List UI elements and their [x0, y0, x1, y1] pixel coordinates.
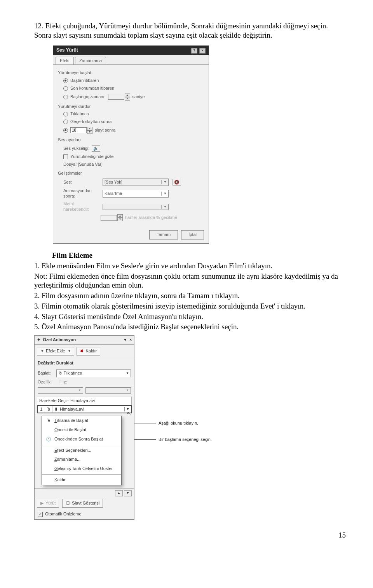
- animation-item[interactable]: 1 🖱 ⏸Himalaya.avi ▼↖: [37, 405, 132, 414]
- context-menu: 🖱TTıklama ile Başlatıklama ile Başlat Ön…: [42, 416, 122, 485]
- clock-icon: 🕐: [46, 437, 51, 442]
- dialog-title: Ses Yürüt: [56, 47, 78, 53]
- harfler-label: harfler arasında % gecikme: [125, 215, 177, 220]
- close-icon[interactable]: ×: [199, 48, 206, 54]
- panel-title: Özel Animasyon: [43, 337, 76, 342]
- star-icon: ✦: [37, 337, 40, 342]
- star-icon: ✦: [40, 349, 44, 354]
- ozel-animasyon-panel: ✦ Özel Animasyon ▼× ✦Efekt Ekle▼ ✖Kaldır…: [34, 335, 134, 520]
- dialog-titlebar: Ses Yürüt ? ×: [53, 46, 209, 55]
- note-text: Not: Filmi eklemeden önce film dosyasını…: [34, 272, 346, 290]
- ctx-onceki-ile-baslat[interactable]: Önceki ile Başlat: [42, 425, 121, 435]
- list-item: 2. Film dosyasının adının üzerine tıklay…: [34, 291, 346, 300]
- ses-label: Ses:: [63, 180, 100, 185]
- metin-select: ▼: [103, 204, 169, 210]
- radio-baslangic[interactable]: [63, 95, 68, 99]
- otomatik-onizleme-checkbox[interactable]: ✓: [38, 512, 43, 517]
- radio-slaytsonra[interactable]: [63, 128, 68, 133]
- help-icon[interactable]: ?: [191, 48, 197, 54]
- sesyurut-dialog: Ses Yürüt ? × Efekt Zamanlama Yürütmeye …: [53, 45, 209, 244]
- tab-efekt[interactable]: Efekt: [56, 57, 74, 65]
- ctx-tiklama-ile-baslat[interactable]: 🖱TTıklama ile Başlatıklama ile Başlat: [42, 416, 121, 425]
- list-item: 3. Filmin otomatik olarak gösterilmesini…: [34, 302, 346, 311]
- film-ekleme-heading: Film Ekleme: [52, 251, 346, 260]
- group-ses-ayarlari: Ses ayarları: [58, 135, 204, 144]
- window-buttons: ? ×: [190, 47, 206, 54]
- list-item: 5. Özel Animasyon Panosu'nda istediğiniz…: [34, 322, 346, 331]
- speaker-icon[interactable]: 🔇: [173, 179, 181, 186]
- anim-select[interactable]: Karartma▼: [103, 190, 169, 198]
- radio-sonkonum[interactable]: [63, 86, 68, 91]
- mouse-icon: 🖱: [45, 407, 52, 412]
- dosya-label: Dosya: [Sunuda Var]: [63, 162, 103, 167]
- ctx-oncekinden-sonra[interactable]: 🕐Öncekinden Sonra Başlat: [42, 435, 121, 444]
- list-item: 4. Slayt Gösterisi menüsünde Özel Animas…: [34, 312, 346, 321]
- check-yurutulmediginde[interactable]: [63, 154, 68, 159]
- harekete-gecir-label: Harekete Geçir: Himalaya.avi: [37, 397, 132, 405]
- callout-line: [134, 423, 156, 423]
- callout-text: Aşağı okunu tıklayın.: [159, 421, 198, 426]
- efekt-ekle-button[interactable]: ✦Efekt Ekle▼: [37, 347, 74, 356]
- mouse-icon: 🖱: [46, 418, 51, 423]
- group-yurutmeyi-durdur: Yürütmeyi durdur: [58, 102, 204, 111]
- harfler-spinner: ▲▼: [101, 214, 123, 221]
- radio-baslangic-label: Başlangıç zamanı:: [70, 94, 106, 100]
- body-text: 12. Efekt çubuğunda, Yürütmeyi durdur bö…: [34, 21, 346, 40]
- item-dropdown-arrow[interactable]: ▼↖: [124, 407, 131, 411]
- slayt-gosterisi-button[interactable]: 🖵Slayt Gösterisi: [62, 499, 103, 508]
- ozellik-select: ▼: [38, 387, 83, 394]
- hiz-label: Hız:: [59, 380, 67, 385]
- ses-select[interactable]: [Ses Yok]▼: [103, 179, 169, 186]
- slaytsonra-label: slayt sonra: [95, 128, 115, 133]
- degistir-label: Değiştir: Duraklat: [38, 361, 73, 365]
- radio-gecerli-label: Geçerli slayttan sonra: [70, 119, 112, 125]
- hiz-select: ▼: [85, 387, 131, 394]
- ctx-gelismis-cetvel[interactable]: Gelişmiş Tarih Cetvelini Göster: [42, 464, 121, 474]
- cursor-icon: ↖: [126, 409, 132, 417]
- ctx-efekt-secenekleri[interactable]: Efekt Seçenekleri...: [42, 446, 121, 455]
- close-icon[interactable]: ×: [129, 338, 132, 343]
- screen-icon: 🖵: [66, 501, 70, 506]
- tamam-button[interactable]: Tamam: [149, 230, 178, 239]
- page-number: 15: [34, 531, 346, 540]
- radio-bastan[interactable]: [63, 78, 68, 83]
- move-down-button[interactable]: ▼: [124, 490, 132, 496]
- radio-sonkonum-label: Son konumdan itibaren: [70, 86, 114, 91]
- chevron-down-icon[interactable]: ▼: [123, 338, 127, 343]
- ses-yukseligi-label: Ses yükseliği:: [63, 146, 89, 151]
- radio-tiklatinca-label: Tıklatınca: [70, 111, 89, 117]
- iptal-button[interactable]: İptal: [181, 230, 204, 239]
- panel-titlebar: ✦ Özel Animasyon ▼×: [35, 336, 134, 345]
- baslat-select[interactable]: 🖱 Tıklatınca ▼: [56, 369, 131, 377]
- metin-label: Metni hareketlendir:: [63, 201, 100, 212]
- list-item: 1. Ekle menüsünden Film ve Sesler'e giri…: [34, 261, 346, 271]
- anim-label: Animasyondan sonra:: [63, 188, 100, 199]
- group-yurutmeye-baslat: Yürütmeye başlat: [58, 68, 204, 77]
- item-number: 1: [38, 407, 45, 412]
- group-gelistirmeler: Geliştirmeler: [58, 168, 204, 177]
- callout-line: [134, 439, 156, 440]
- ctx-kaldir[interactable]: Kaldır: [42, 475, 121, 485]
- radio-bastan-label: Baştan itibaren: [70, 78, 99, 83]
- pause-icon: ⏸: [54, 407, 58, 412]
- ctx-zamanlama[interactable]: Zamanlama...: [42, 455, 121, 464]
- move-up-button[interactable]: ▲: [115, 490, 123, 496]
- radio-gecerli[interactable]: [63, 120, 68, 124]
- kaldir-button[interactable]: ✖Kaldır: [77, 347, 100, 356]
- play-icon: ▶: [40, 501, 44, 506]
- mouse-icon: 🖱: [58, 371, 63, 375]
- baslat-label: Başlat:: [38, 371, 54, 376]
- item-text: Himalaya.avi: [60, 407, 84, 412]
- ozellik-label: Özellik:: [38, 380, 52, 385]
- baslangic-spinner[interactable]: ▲▼: [108, 94, 130, 101]
- callout-text: Bir başlama seçeneği seçin.: [159, 437, 212, 442]
- saniye-label: saniye: [132, 94, 145, 100]
- radio-tiklatinca[interactable]: [63, 112, 68, 116]
- volume-icon[interactable]: 🔈: [92, 145, 100, 152]
- slaytsonra-spinner[interactable]: ▲▼: [70, 127, 92, 134]
- tab-zamanlama[interactable]: Zamanlama: [75, 57, 106, 65]
- remove-icon: ✖: [80, 349, 84, 354]
- check-yurutulmediginde-label: Yürütülmediğinde gizle: [70, 154, 113, 160]
- otomatik-onizleme-label: Otomatik Önizleme: [45, 512, 82, 517]
- yurut-button[interactable]: ▶Yürüt: [37, 499, 59, 508]
